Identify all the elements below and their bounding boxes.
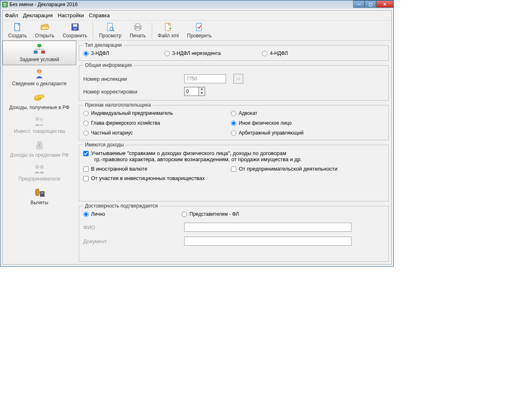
filexml-button[interactable]: Файл xml bbox=[154, 21, 183, 39]
svg-rect-31 bbox=[41, 192, 43, 194]
sidebar-item-income-rf[interactable]: Доходы, полученные в РФ bbox=[2, 89, 76, 113]
sidebar-item-income-abroad[interactable]: $ Доходы за пределами РФ bbox=[2, 137, 76, 160]
svg-point-20 bbox=[37, 71, 38, 71]
print-button[interactable]: Печать bbox=[126, 21, 150, 39]
moneybag-icon: $ bbox=[33, 139, 46, 151]
menubar: Файл Декларация Настройки Справка bbox=[2, 11, 391, 20]
checkbox-business[interactable]: От предпринимательской деятельности bbox=[231, 166, 384, 172]
checkbox-invest-partnership[interactable]: От участия в инвестиционных товарищества… bbox=[83, 175, 384, 181]
authenticity-group: Достоверность подтверждается Лично Предс… bbox=[79, 203, 389, 262]
correction-input[interactable] bbox=[184, 87, 199, 96]
fio-label: ФИО bbox=[83, 224, 184, 231]
radio-3ndfl-nonres[interactable]: 3-НДФЛ нерезидента bbox=[164, 50, 259, 56]
inspection-input[interactable] bbox=[184, 74, 226, 83]
svg-text:$: $ bbox=[38, 143, 41, 148]
radio-representative[interactable]: Представителем - ФЛ bbox=[182, 211, 239, 217]
window-controls: — ▢ ✕ bbox=[353, 0, 393, 8]
declaration-type-group: Тип декларации 3-НДФЛ 3-НДФЛ нерезидента… bbox=[79, 42, 389, 61]
svg-rect-3 bbox=[73, 28, 77, 30]
svg-rect-13 bbox=[34, 51, 37, 53]
toolbar: Создать Открыть Сохранить Просмотр Печат… bbox=[2, 20, 391, 40]
save-button[interactable]: Сохранить bbox=[59, 21, 91, 39]
coins-icon bbox=[33, 91, 46, 103]
main-panel: Тип декларации 3-НДФЛ 3-НДФЛ нерезидента… bbox=[76, 41, 391, 264]
radio-3ndfl[interactable]: 3-НДФЛ bbox=[83, 50, 161, 56]
open-button[interactable]: Открыть bbox=[31, 21, 59, 39]
inspection-lookup-button[interactable]: ⋯ bbox=[233, 74, 243, 84]
new-file-icon bbox=[13, 22, 23, 32]
menu-declaration[interactable]: Декларация bbox=[23, 12, 53, 18]
svg-point-25 bbox=[35, 117, 39, 121]
sidebar: Задание условий Сведения о декларанте До… bbox=[2, 41, 76, 264]
spinner-buttons: ▲ ▼ bbox=[199, 87, 205, 96]
sidebar-item-declarant[interactable]: Сведения о декларанте bbox=[2, 65, 76, 89]
radio-4ndfl[interactable]: 4-НДФЛ bbox=[262, 50, 288, 56]
radio-ip[interactable]: Индивидуальный предприниматель bbox=[83, 110, 231, 116]
svg-rect-2 bbox=[73, 24, 77, 27]
menu-help[interactable]: Справка bbox=[89, 12, 110, 18]
print-icon bbox=[133, 22, 143, 32]
menu-file[interactable]: Файл bbox=[5, 12, 18, 18]
income-group: Имеются доходы Учитываемые "справками о … bbox=[79, 142, 389, 201]
vase-calc-icon bbox=[33, 187, 46, 198]
document-label: Документ bbox=[83, 238, 184, 244]
content-area: Задание условий Сведения о декларанте До… bbox=[2, 40, 391, 264]
svg-rect-11 bbox=[196, 23, 201, 31]
preview-icon bbox=[105, 22, 115, 32]
check-icon bbox=[194, 22, 204, 32]
radio-other-person[interactable]: Иное физическое лицо bbox=[231, 120, 384, 126]
checkbox-foreign-currency[interactable]: В иностранной валюте bbox=[83, 166, 231, 172]
app-icon: D bbox=[2, 2, 8, 7]
app-window: D Без имени - Декларация 2016 — ▢ ✕ Файл… bbox=[0, 0, 394, 267]
spinner-up[interactable]: ▲ bbox=[199, 87, 205, 91]
close-button[interactable]: ✕ bbox=[376, 0, 393, 8]
toolbar-separator bbox=[93, 22, 93, 39]
general-info-legend: Общая информация bbox=[83, 62, 133, 68]
general-info-group: Общая информация Номер инспекции ⋯ Номер… bbox=[79, 62, 389, 100]
svg-rect-30 bbox=[40, 192, 44, 196]
sidebar-item-deductions[interactable]: Вычеты bbox=[2, 184, 76, 208]
sidebar-item-entrepreneurs[interactable]: Предприниматели bbox=[2, 160, 76, 184]
tree-icon bbox=[33, 43, 46, 55]
svg-point-29 bbox=[40, 165, 44, 169]
create-button[interactable]: Создать bbox=[4, 21, 31, 39]
svg-rect-8 bbox=[136, 24, 140, 26]
ellipsis-icon: ⋯ bbox=[236, 77, 240, 81]
svg-point-19 bbox=[37, 69, 42, 74]
minimize-button[interactable]: — bbox=[353, 0, 365, 8]
svg-point-24 bbox=[38, 95, 44, 98]
inspection-label: Номер инспекции bbox=[83, 76, 184, 82]
open-folder-icon bbox=[40, 22, 50, 32]
maximize-button[interactable]: ▢ bbox=[365, 0, 376, 8]
svg-rect-9 bbox=[136, 28, 140, 30]
declaration-type-legend: Тип декларации bbox=[83, 42, 123, 48]
radio-lawyer[interactable]: Адвокат bbox=[231, 110, 384, 116]
radio-arbitration[interactable]: Арбитражный управляющий bbox=[231, 130, 384, 136]
svg-point-21 bbox=[41, 71, 41, 71]
svg-point-28 bbox=[35, 165, 39, 169]
menu-settings[interactable]: Настройки bbox=[58, 12, 84, 18]
sidebar-item-invest[interactable]: Инвест. товарищества bbox=[2, 113, 76, 137]
save-icon bbox=[70, 22, 80, 32]
group-icon bbox=[33, 163, 46, 174]
spinner-down[interactable]: ▼ bbox=[199, 91, 205, 96]
check-button[interactable]: Проверить bbox=[183, 21, 216, 39]
sidebar-item-conditions[interactable]: Задание условий bbox=[2, 41, 76, 65]
document-input bbox=[184, 237, 352, 246]
correction-label: Номер корректировки bbox=[83, 89, 184, 95]
svg-rect-14 bbox=[41, 51, 45, 53]
titlebar: D Без имени - Декларация 2016 — ▢ ✕ bbox=[0, 0, 393, 9]
radio-notary[interactable]: Частный нотариус bbox=[83, 130, 231, 136]
window-title: Без имени - Декларация 2016 bbox=[9, 2, 78, 7]
radio-personal[interactable]: Лично bbox=[83, 211, 182, 217]
checkbox-spravka[interactable] bbox=[83, 151, 89, 156]
preview-button[interactable]: Просмотр bbox=[95, 21, 126, 39]
income-legend: Имеются доходы bbox=[83, 142, 126, 148]
authenticity-legend: Достоверность подтверждается bbox=[83, 203, 160, 209]
svg-point-26 bbox=[40, 118, 43, 121]
radio-farm[interactable]: Глава фермерского хозяйства bbox=[83, 120, 231, 126]
person-icon bbox=[33, 68, 46, 79]
toolbar-separator bbox=[152, 22, 152, 39]
svg-rect-12 bbox=[38, 44, 41, 47]
taxpayer-legend: Признак налогоплательщика bbox=[83, 102, 153, 108]
